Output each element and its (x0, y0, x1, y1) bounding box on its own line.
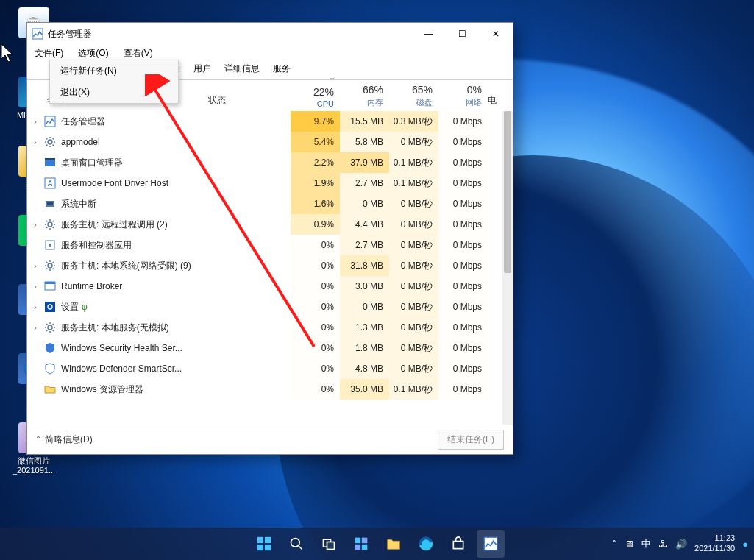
scrollbar-thumb[interactable] (504, 111, 511, 273)
process-icon (43, 341, 57, 355)
menu-options[interactable]: 选项(O) (75, 46, 111, 61)
clock-time: 11:23 (694, 534, 735, 544)
disk-cell: 0 MB/秒 (389, 214, 438, 235)
task-view-button[interactable] (315, 530, 343, 558)
disk-cell: 0 MB/秒 (389, 235, 438, 255)
search-button[interactable] (282, 530, 310, 558)
svg-point-11 (49, 244, 51, 247)
edge-button[interactable] (412, 530, 440, 558)
menu-run-new-task[interactable]: 运行新任务(N) (50, 60, 178, 82)
tab-details[interactable]: 详细信息 (223, 60, 261, 79)
header-extra[interactable]: 电 (488, 94, 502, 111)
leaf-icon: φ (82, 302, 88, 312)
network-cell: 0 Mbps (438, 338, 488, 358)
svg-point-17 (48, 325, 52, 330)
task-manager-taskbar-button[interactable] (477, 530, 505, 558)
process-row[interactable]: AUsermode Font Driver Host1.9%2.7 MB0.1 … (27, 173, 513, 194)
expand-toggle[interactable]: › (27, 324, 43, 332)
header-memory[interactable]: 66% 内存 (340, 84, 389, 111)
scrollbar[interactable] (502, 111, 513, 425)
tray-ime-icon[interactable]: 中 (641, 537, 651, 550)
cpu-cell: 5.4% (291, 132, 340, 152)
system-tray: ˄ 🖥 中 🖧 🔊 11:23 2021/11/30 ● (612, 534, 748, 554)
header-disk[interactable]: 65% 磁盘 (389, 84, 438, 111)
expand-toggle[interactable]: › (27, 303, 43, 311)
expand-toggle[interactable]: › (27, 138, 43, 146)
tray-volume-icon[interactable]: 🔊 (675, 539, 687, 550)
store-button[interactable] (444, 530, 472, 558)
process-row[interactable]: ›设置φ0%0 MB0 MB/秒0 Mbps (27, 297, 513, 317)
expand-toggle[interactable]: › (27, 283, 43, 291)
tab-users[interactable]: 用户 (192, 60, 213, 79)
svg-rect-14 (45, 282, 55, 284)
header-cpu[interactable]: ﹀ 22% CPU (291, 75, 340, 111)
memory-cell: 15.5 MB (340, 111, 389, 132)
process-row[interactable]: ›服务主机: 本地服务(无模拟)0%1.3 MB0 MB/秒0 Mbps (27, 317, 513, 338)
process-name: 桌面窗口管理器 (43, 156, 208, 169)
app-icon (32, 28, 43, 40)
process-row[interactable]: ›服务主机: 远程过程调用 (2)0.9%4.4 MB0 MB/秒0 Mbps (27, 214, 513, 235)
network-cell: 0 Mbps (438, 111, 488, 132)
footer: ˄ 简略信息(D) 结束任务(E) (27, 425, 513, 454)
tray-chevron-icon[interactable]: ˄ (612, 539, 617, 550)
process-row[interactable]: Windows Defender SmartScr...0%4.8 MB0 MB… (27, 358, 513, 379)
minimize-button[interactable]: — (411, 23, 445, 45)
network-cell: 0 Mbps (438, 317, 488, 338)
widgets-button[interactable] (347, 530, 375, 558)
cpu-label: CPU (291, 99, 334, 108)
tab-services[interactable]: 服务 (271, 60, 292, 79)
tray-clock[interactable]: 11:23 2021/11/30 (694, 534, 735, 554)
disk-cell: 0.1 MB/秒 (389, 379, 438, 400)
process-name: Windows Security Health Ser... (43, 341, 208, 355)
process-row[interactable]: Windows Security Health Ser...0%1.8 MB0 … (27, 338, 513, 358)
cpu-cell: 0% (291, 379, 340, 400)
mem-pct: 66% (340, 84, 383, 96)
header-status[interactable]: 状态 (208, 94, 291, 111)
process-row[interactable]: ›appmodel5.4%5.8 MB0 MB/秒0 Mbps (27, 132, 513, 152)
svg-point-2 (48, 140, 52, 144)
menu-view[interactable]: 查看(V) (121, 46, 156, 61)
tray-monitor-icon[interactable]: 🖥 (625, 539, 634, 550)
process-row[interactable]: 桌面窗口管理器2.2%37.9 MB0.1 MB/秒0 Mbps (27, 152, 513, 173)
menu-exit[interactable]: 退出(X) (50, 82, 178, 103)
process-row[interactable]: ›服务主机: 本地系统(网络受限) (9)0%31.8 MB0 MB/秒0 Mb… (27, 255, 513, 276)
svg-line-24 (298, 546, 302, 550)
network-cell: 0 Mbps (438, 152, 488, 173)
network-cell: 0 Mbps (438, 132, 488, 152)
memory-cell: 35.0 MB (340, 379, 389, 400)
process-row[interactable]: 服务和控制器应用0%2.7 MB0 MB/秒0 Mbps (27, 235, 513, 255)
svg-rect-22 (264, 545, 270, 550)
cpu-cell: 1.6% (291, 194, 340, 214)
maximize-button[interactable]: ☐ (445, 23, 479, 45)
expand-toggle[interactable]: › (27, 262, 43, 270)
tray-network-icon[interactable]: 🖧 (658, 539, 668, 550)
window-title: 任务管理器 (48, 28, 92, 40)
taskbar: ˄ 🖥 中 🖧 🔊 11:23 2021/11/30 ● (0, 528, 754, 560)
svg-rect-28 (361, 538, 367, 544)
expand-toggle[interactable]: › (27, 118, 43, 126)
svg-rect-4 (45, 158, 55, 160)
explorer-button[interactable] (380, 530, 408, 558)
start-button[interactable] (250, 530, 278, 558)
process-list[interactable]: ›任务管理器9.7%15.5 MB0.3 MB/秒0 Mbps›appmodel… (27, 111, 513, 425)
network-cell: 0 Mbps (438, 358, 488, 379)
process-row[interactable]: Windows 资源管理器0%35.0 MB0.1 MB/秒0 Mbps (27, 379, 513, 400)
process-row[interactable]: ›Runtime Broker0%3.0 MB0 MB/秒0 Mbps (27, 276, 513, 297)
network-cell: 0 Mbps (438, 173, 488, 194)
svg-rect-27 (355, 538, 360, 544)
process-name: 服务主机: 远程过程调用 (2) (43, 218, 208, 231)
expand-toggle[interactable]: › (27, 221, 43, 229)
network-cell: 0 Mbps (438, 297, 488, 317)
tray-notification-icon[interactable]: ● (742, 539, 748, 550)
process-row[interactable]: 系统中断1.6%0 MB0 MB/秒0 Mbps (27, 194, 513, 214)
fewer-details-label: 简略信息(D) (45, 433, 93, 446)
process-row[interactable]: ›任务管理器9.7%15.5 MB0.3 MB/秒0 Mbps (27, 111, 513, 132)
header-network[interactable]: 0% 网络 (438, 84, 488, 111)
sort-caret-icon: ﹀ (330, 75, 335, 83)
titlebar[interactable]: 任务管理器 — ☐ ✕ (27, 23, 513, 45)
fewer-details-button[interactable]: ˄ 简略信息(D) (36, 433, 93, 446)
end-task-button[interactable]: 结束任务(E) (438, 430, 504, 450)
svg-rect-30 (361, 545, 367, 550)
menu-file[interactable]: 文件(F) (32, 46, 66, 61)
close-button[interactable]: ✕ (479, 23, 513, 45)
